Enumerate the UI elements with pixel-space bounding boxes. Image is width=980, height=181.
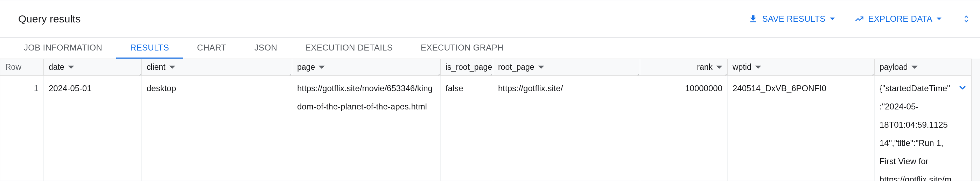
col-menu-icon[interactable] [755,66,761,69]
tabs: JOB INFORMATION RESULTS CHART JSON EXECU… [0,37,980,59]
title-actions: SAVE RESULTS EXPLORE DATA [747,11,973,27]
col-date-label: date [49,62,64,72]
cell-date: 2024-05-01 [44,76,142,181]
tab-execution-graph[interactable]: EXECUTION GRAPH [407,37,518,59]
resize-handle[interactable] [286,70,291,75]
unfold-icon [962,14,971,24]
col-payload[interactable]: payload [875,59,971,76]
col-wptid[interactable]: wptid [728,59,875,76]
chart-icon [854,14,864,24]
cell-page: https://gotflix.site/movie/653346/kingdo… [292,76,441,181]
col-is-root-page[interactable]: is_root_page [441,59,493,76]
resize-handle[interactable] [634,70,639,75]
table-row: 1 2024-05-01 desktop https://gotflix.sit… [0,76,971,181]
col-client[interactable]: client [142,59,292,76]
cell-rownum: 1 [0,76,44,181]
col-row: Row [0,59,44,76]
col-rank[interactable]: rank [640,59,728,76]
resize-handle[interactable] [136,70,141,75]
tab-results[interactable]: RESULTS [116,37,183,59]
cell-payload-text: {"startedDateTime":"2024-05-18T01:04:59.… [880,83,951,181]
col-client-label: client [146,62,165,72]
cell-is-root-page: false [441,76,493,181]
caret-down-icon [830,18,835,20]
caret-down-icon [937,18,942,20]
cell-root-page: https://gotflix.site/ [493,76,640,181]
tab-chart[interactable]: CHART [183,37,240,59]
query-results-panel: Query results SAVE RESULTS EXPLORE DATA … [0,0,980,181]
col-menu-icon[interactable] [68,66,74,69]
col-row-label: Row [5,62,21,72]
cell-wptid: 240514_DxVB_6PONFI0 [728,76,875,181]
resize-handle[interactable] [869,70,873,75]
expand-row-button[interactable] [958,81,967,99]
resize-handle[interactable] [487,70,492,75]
cell-rank: 10000000 [640,76,728,181]
download-icon [748,14,758,24]
tab-json[interactable]: JSON [240,37,291,59]
results-grid-wrap: Row date client page [0,59,980,181]
col-menu-icon[interactable] [912,66,918,69]
col-menu-icon[interactable] [169,66,175,69]
explore-data-button[interactable]: EXPLORE DATA [853,11,943,27]
chevron-down-icon [958,83,967,93]
resize-handle[interactable] [722,70,727,75]
col-menu-icon[interactable] [716,66,722,69]
explore-data-label: EXPLORE DATA [869,14,933,24]
col-root-page[interactable]: root_page [493,59,640,76]
page-title: Query results [18,13,81,25]
save-results-label: SAVE RESULTS [762,14,826,24]
col-root-page-label: root_page [498,62,535,72]
results-grid: Row date client page [0,59,971,181]
expand-panel-button[interactable] [960,12,973,26]
vertical-scrollbar[interactable] [971,59,980,181]
tab-job-information[interactable]: JOB INFORMATION [10,37,116,59]
col-payload-label: payload [880,62,908,72]
titlebar: Query results SAVE RESULTS EXPLORE DATA [0,0,980,37]
results-table: Row date client page [0,59,971,181]
cell-client: desktop [142,76,292,181]
cell-payload: {"startedDateTime":"2024-05-18T01:04:59.… [875,76,971,181]
col-menu-icon[interactable] [318,66,325,69]
tab-execution-details[interactable]: EXECUTION DETAILS [291,37,407,59]
col-page-label: page [297,62,315,72]
col-rank-label: rank [697,62,713,72]
table-header-row: Row date client page [0,59,971,76]
col-page[interactable]: page [292,59,441,76]
col-date[interactable]: date [44,59,142,76]
col-is-root-label: is_root_page [445,62,492,72]
save-results-button[interactable]: SAVE RESULTS [747,11,836,27]
resize-handle[interactable] [435,70,440,75]
col-wptid-label: wptid [733,62,751,72]
col-menu-icon[interactable] [538,66,544,69]
